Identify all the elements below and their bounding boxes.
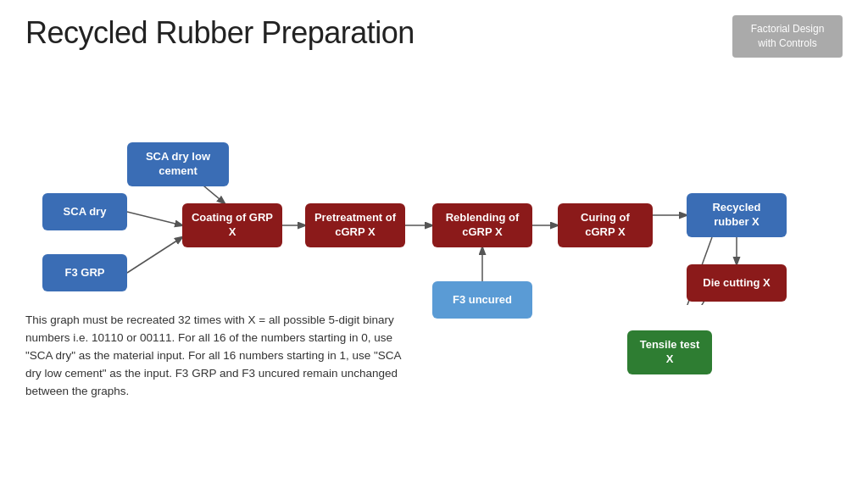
- node-recycled-rubber: Recycled rubber X: [687, 193, 787, 237]
- node-coating: Coating of GRP X: [182, 203, 282, 247]
- flow-diagram: SCA dry low cement SCA dry F3 GRP Coatin…: [17, 68, 856, 305]
- node-sca-dry: SCA dry: [42, 193, 127, 230]
- node-tensile-test: Tensile test X: [627, 330, 712, 374]
- page-title: Recycled Rubber Preparation: [25, 15, 415, 51]
- node-die-cutting: Die cutting X: [687, 264, 787, 302]
- description-text: This graph must be recreated 32 times wi…: [25, 312, 415, 401]
- node-f3-uncured: F3 uncured: [432, 281, 532, 319]
- node-reblending: Reblending of cGRP X: [432, 203, 532, 247]
- node-sca-dry-low-cement: SCA dry low cement: [127, 142, 229, 186]
- factorial-badge: Factorial Design with Controls: [732, 15, 843, 58]
- node-curing: Curing of cGRP X: [558, 203, 653, 247]
- svg-line-2: [127, 237, 182, 273]
- node-pretreatment: Pretreatment of cGRP X: [305, 203, 405, 247]
- node-f3-grp: F3 GRP: [42, 254, 127, 291]
- svg-line-1: [127, 212, 182, 225]
